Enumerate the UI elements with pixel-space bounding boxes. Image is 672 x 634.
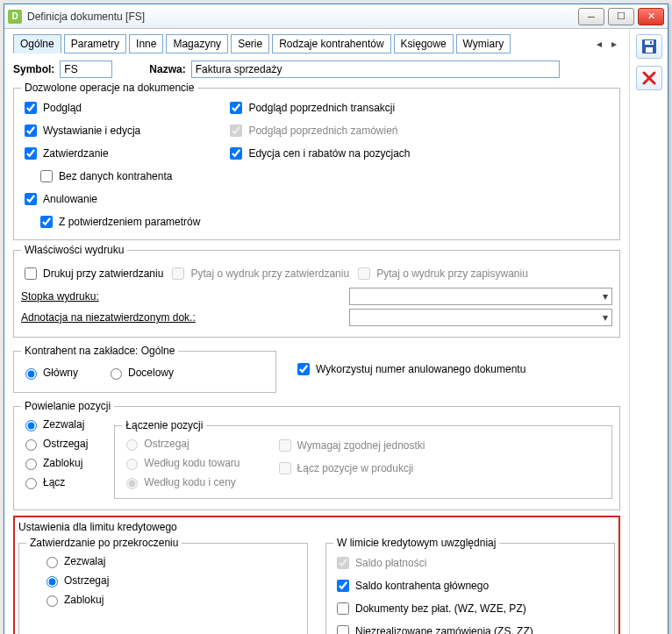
chk-ask-print-save: Pytaj o wydruk przy zapisywaniu	[354, 265, 528, 282]
contractor-legend: Kontrahent na zakładce: Ogólne	[21, 345, 178, 357]
credit-group: Ustawienia dla limitu kredytowego Zatwie…	[18, 521, 615, 634]
chk-credit-main-balance[interactable]: Saldo kontrahenta głównego	[333, 577, 607, 595]
tabs-arrow-left-icon[interactable]: ◂	[593, 38, 605, 50]
radio-dup-merge[interactable]: Łącz	[21, 475, 88, 489]
maximize-button[interactable]: ☐	[608, 8, 634, 25]
radio-contractor-target[interactable]: Docelowy	[106, 366, 174, 380]
tab-inne[interactable]: Inne	[129, 34, 163, 53]
tab-magazyny[interactable]: Magazyny	[166, 34, 228, 53]
minimize-button[interactable]: ─	[578, 8, 604, 25]
window-buttons: ─ ☐ ✕	[578, 8, 664, 25]
chk-no-contractor[interactable]: Bez danych kontrahenta	[37, 167, 200, 185]
chk-confirm[interactable]: Zatwierdzanie	[21, 145, 200, 162]
radio-dup-block[interactable]: Zablokuj	[21, 456, 88, 470]
chk-issue-edit[interactable]: Wystawianie i edycja	[21, 122, 200, 139]
chk-cancel[interactable]: Anulowanie	[21, 190, 200, 208]
chk-merge-prod: Łącz pozycje w produkcji	[275, 459, 425, 477]
credit-confirm-group: Zatwierdzanie po przekroczeniu Zezwalaj …	[18, 537, 308, 634]
allowed-operations-legend: Dozwolone operacje na dokumencie	[21, 82, 197, 94]
svg-rect-2	[646, 47, 653, 53]
name-input[interactable]	[191, 61, 560, 78]
save-button[interactable]	[636, 34, 662, 59]
tab-parametry[interactable]: Parametry	[64, 34, 126, 53]
radio-merge-bycode: Według kodu towaru	[122, 456, 239, 470]
chk-credit-docs-nopay[interactable]: Dokumenty bez płat. (WZ, WZE, PZ)	[333, 600, 607, 617]
window-title: Definicja dokumentu [FS]	[27, 11, 578, 23]
chk-credit-unfulfilled[interactable]: Niezrealizowane zamówienia (ZS, ZZ)	[333, 623, 607, 634]
chk-edit-prices[interactable]: Edycja cen i rabatów na pozycjach	[226, 145, 410, 162]
allowed-operations-group: Dozwolone operacje na dokumencie Podgląd…	[13, 82, 620, 240]
tab-ksiegowe[interactable]: Księgowe	[394, 34, 454, 53]
close-button[interactable]: ✕	[638, 8, 664, 25]
radio-dup-warn[interactable]: Ostrzegaj	[21, 437, 88, 451]
radio-credit-block[interactable]: Zablokuj	[42, 593, 300, 607]
chk-prev-trans[interactable]: Podgląd poprzednich transakcji	[226, 99, 410, 117]
radio-credit-allow[interactable]: Zezwalaj	[42, 554, 300, 568]
footer-label: Stopka wydruku:	[21, 290, 99, 303]
credit-legend: Ustawienia dla limitu kredytowego	[18, 521, 177, 533]
chk-prev-orders: Podgląd poprzednich zamówień	[226, 122, 410, 139]
annotation-label: Adnotacja na niezatwierdzonym dok.:	[21, 311, 196, 324]
merge-legend: Łączenie pozycji	[122, 419, 206, 431]
symbol-input[interactable]	[60, 61, 112, 78]
cancel-button[interactable]	[636, 66, 662, 90]
chk-require-unit: Wymagaj zgodnej jednostki	[275, 437, 425, 454]
name-label: Nazwa:	[149, 63, 185, 75]
credit-limit-highlight: Ustawienia dla limitu kredytowego Zatwie…	[13, 516, 620, 634]
app-icon: D	[8, 10, 22, 24]
duplicate-group: Powielanie pozycji Zezwalaj Ostrzegaj Za…	[13, 400, 620, 510]
svg-rect-3	[650, 41, 652, 44]
tabs: Ogólne Parametry Inne Magazyny Serie Rod…	[13, 34, 620, 53]
radio-merge-bycodeprice: Według kodu i ceny	[122, 475, 239, 489]
tabs-arrow-right-icon[interactable]: ▸	[608, 38, 620, 50]
action-sidebar	[629, 29, 668, 634]
tab-serie[interactable]: Serie	[231, 34, 269, 53]
credit-include-group: W limicie kredytowym uwzględniaj Saldo p…	[325, 537, 615, 634]
symbol-label: Symbol:	[13, 63, 54, 75]
credit-include-legend: W limicie kredytowym uwzględniaj	[333, 537, 499, 549]
chk-preview[interactable]: Podgląd	[21, 99, 200, 117]
radio-dup-allow[interactable]: Zezwalaj	[21, 417, 88, 431]
tab-wymiary[interactable]: Wymiary	[456, 34, 511, 53]
duplicate-legend: Powielanie pozycji	[21, 400, 114, 412]
chk-credit-balance: Saldo płatności	[333, 554, 607, 572]
print-props-legend: Właściwości wydruku	[21, 244, 127, 256]
tab-ogolne[interactable]: Ogólne	[13, 34, 61, 53]
radio-merge-warn: Ostrzegaj	[122, 437, 239, 451]
app-window: D Definicja dokumentu [FS] ─ ☐ ✕ Ogólne …	[4, 4, 668, 634]
svg-rect-1	[645, 40, 654, 45]
chk-confirm-params[interactable]: Z potwierdzeniem parametrów	[37, 213, 200, 231]
chk-reuse-canceled[interactable]: Wykorzystuj numer anulowanego dokumentu	[294, 360, 525, 378]
annotation-combo[interactable]	[349, 309, 612, 326]
close-icon	[642, 71, 656, 85]
radio-credit-warn[interactable]: Ostrzegaj	[42, 573, 300, 588]
main-pane: Ogólne Parametry Inne Magazyny Serie Rod…	[4, 29, 629, 634]
disk-icon	[641, 39, 657, 54]
chk-ask-print-confirm: Pytaj o wydruk przy zatwierdzaniu	[168, 265, 349, 282]
contractor-group: Kontrahent na zakładce: Ogólne Główny Do…	[13, 345, 276, 393]
credit-confirm-legend: Zatwierdzanie po przekroczeniu	[26, 537, 182, 549]
merge-group: Łączenie pozycji Ostrzegaj Według kodu t…	[114, 419, 612, 499]
titlebar: D Definicja dokumentu [FS] ─ ☐ ✕	[4, 4, 668, 29]
tab-rodzaje-kontrahentow[interactable]: Rodzaje kontrahentów	[272, 34, 390, 53]
print-props-group: Właściwości wydruku Drukuj przy zatwierd…	[13, 244, 620, 338]
radio-contractor-main[interactable]: Główny	[21, 366, 78, 380]
chk-print-confirm[interactable]: Drukuj przy zatwierdzaniu	[21, 265, 163, 282]
footer-combo[interactable]	[349, 288, 612, 305]
